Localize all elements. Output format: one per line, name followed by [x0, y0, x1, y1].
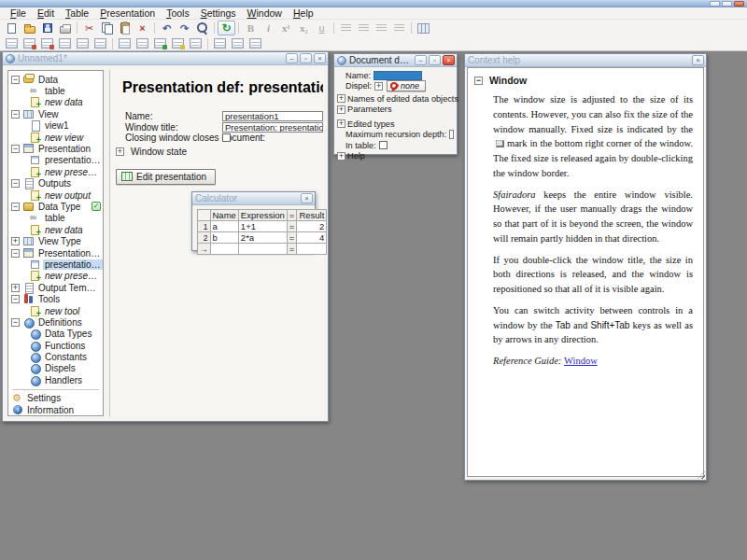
menu-item[interactable]: Window — [242, 7, 288, 19]
expand-toggle-icon[interactable]: − — [11, 249, 20, 258]
open-button[interactable] — [21, 21, 38, 35]
tree-item[interactable]: − Outputs — [8, 178, 103, 189]
table-tool-button-3[interactable] — [38, 36, 56, 51]
dispel-none-button[interactable]: none — [387, 80, 426, 91]
expand-toggle-icon[interactable]: − — [11, 179, 20, 188]
expand-toggle-icon[interactable]: + — [11, 237, 20, 245]
tree-item[interactable]: presentation1 — [8, 155, 103, 166]
table-tool-button-6[interactable] — [92, 36, 109, 51]
name-input[interactable] — [374, 71, 422, 80]
expression-cell[interactable]: 2*a — [238, 232, 287, 244]
underline-button[interactable]: u — [313, 21, 331, 35]
align-right-button[interactable] — [373, 21, 390, 35]
document-window-titlebar[interactable]: Unnamed1* – ▫ × — [3, 52, 328, 65]
table-tool-button-9[interactable] — [151, 36, 169, 51]
tree-item[interactable]: new presentation — [8, 271, 103, 282]
tree-item[interactable]: presentation1 — [8, 259, 103, 270]
italic-button[interactable]: i — [260, 21, 277, 35]
cut-button[interactable]: ✂ — [80, 21, 98, 35]
tree-item[interactable]: + Output Templates — [8, 282, 103, 293]
close-button[interactable]: × — [301, 193, 313, 203]
tree-item[interactable]: new tool — [8, 305, 103, 316]
tree-item[interactable]: new view — [8, 132, 103, 143]
expand-toggle-icon[interactable]: − — [11, 145, 20, 153]
align-center-button[interactable] — [355, 21, 373, 35]
name-input[interactable]: presentation1 — [222, 111, 323, 121]
app-maximize-button[interactable] — [722, 1, 732, 7]
tree-item[interactable]: table — [8, 213, 103, 224]
window-state-expand-icon[interactable]: + — [116, 147, 124, 156]
name-cell[interactable]: a — [210, 221, 238, 232]
names-expand-icon[interactable]: + — [337, 94, 345, 103]
context-help-titlebar[interactable]: Context help × — [465, 54, 706, 67]
calculator-titlebar[interactable]: Calculator × — [192, 192, 315, 205]
tree-item[interactable]: − Definitions — [8, 316, 103, 328]
table-tool-button-12[interactable] — [211, 36, 229, 51]
copy-button[interactable] — [98, 21, 116, 35]
print-button[interactable] — [56, 21, 74, 35]
expand-toggle-icon[interactable]: − — [11, 318, 20, 327]
tree-item[interactable]: Settings — [8, 393, 103, 404]
expression-cell[interactable] — [238, 244, 287, 255]
menu-item[interactable]: Tools — [161, 7, 195, 19]
bold-button[interactable]: B — [242, 21, 260, 35]
dispel-expand-icon[interactable]: + — [374, 82, 383, 91]
name-cell[interactable] — [210, 244, 238, 255]
expand-toggle-icon[interactable]: − — [11, 295, 20, 303]
tree-item[interactable]: Constants — [8, 351, 103, 362]
table-tool-button-11[interactable] — [187, 36, 204, 51]
table-tool-button-1[interactable] — [3, 36, 21, 51]
help-expand-icon[interactable]: + — [337, 152, 345, 161]
paste-button[interactable] — [116, 21, 134, 35]
table-tool-button-13[interactable] — [229, 36, 247, 51]
tree-item[interactable]: Functions — [8, 340, 103, 351]
insert-table-button[interactable] — [415, 21, 432, 35]
minimize-button[interactable]: – — [415, 55, 427, 65]
max-recursion-input[interactable] — [449, 130, 454, 139]
tree-item[interactable]: Data Types — [8, 329, 103, 340]
expand-toggle-icon[interactable]: − — [11, 110, 20, 119]
superscript-button[interactable]: x¹ — [277, 21, 295, 35]
tree-item[interactable]: new data — [8, 97, 103, 108]
edit-presentation-button[interactable]: Edit presentation — [116, 169, 216, 185]
tree-item[interactable]: new output — [8, 189, 103, 201]
table-tool-button-7[interactable] — [116, 36, 134, 51]
menu-item[interactable]: Settings — [195, 7, 242, 19]
expand-toggle-icon[interactable]: − — [11, 76, 20, 84]
edited-types-expand-icon[interactable]: + — [337, 119, 345, 128]
app-minimize-button[interactable] — [710, 1, 720, 7]
parameters-expand-icon[interactable]: + — [337, 105, 345, 114]
tree-item[interactable]: − Presentation — [8, 143, 103, 154]
maximize-button[interactable]: ▫ — [300, 53, 312, 63]
tree-item[interactable]: − Data Type — [8, 201, 103, 212]
window-title-input[interactable]: Presentation: presentation1 — [222, 122, 323, 133]
tree-item[interactable]: − View — [8, 108, 103, 119]
in-table-checkbox[interactable] — [379, 141, 388, 149]
expand-toggle-icon[interactable]: + — [11, 284, 20, 292]
save-button[interactable] — [38, 21, 56, 35]
menu-item[interactable]: Presentation — [94, 7, 161, 19]
table-tool-button-2[interactable] — [21, 36, 38, 51]
search-button[interactable] — [193, 21, 211, 35]
tree-item[interactable]: new presentation — [8, 166, 103, 177]
new-button[interactable] — [3, 21, 21, 35]
table-tool-button-14[interactable] — [247, 36, 264, 51]
tree-item[interactable]: view1 — [8, 120, 103, 132]
name-cell[interactable]: b — [210, 232, 238, 244]
menu-item[interactable]: File — [5, 7, 32, 19]
menu-item[interactable]: Table — [60, 7, 94, 19]
tree-item[interactable]: − Presentation def — [8, 247, 103, 259]
tree-item[interactable]: − Tools — [8, 293, 103, 304]
app-titlebar[interactable] — [0, 0, 747, 7]
window-topic-collapse-icon[interactable]: − — [474, 77, 483, 85]
tree-item[interactable]: new data — [8, 224, 103, 235]
column-header-equals[interactable]: = — [287, 210, 297, 221]
column-header-result[interactable]: Result — [297, 210, 327, 221]
align-justify-button[interactable] — [390, 21, 408, 35]
refresh-button[interactable]: ↻ — [218, 21, 235, 35]
tree-item[interactable]: + View Type — [8, 235, 103, 246]
maximize-button[interactable]: ▫ — [429, 55, 441, 65]
table-tool-button-8[interactable] — [134, 36, 151, 51]
undo-button[interactable]: ↶ — [158, 21, 176, 35]
subscript-button[interactable]: x₂ — [295, 21, 313, 35]
